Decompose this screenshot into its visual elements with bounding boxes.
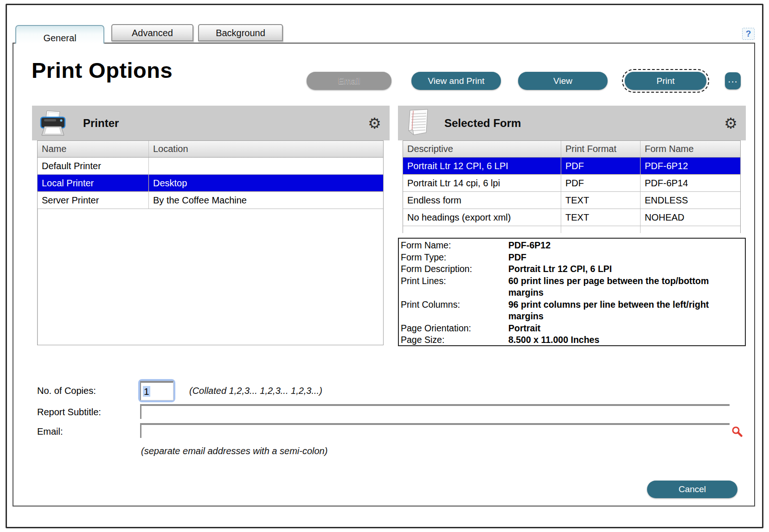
cancel-button[interactable]: Cancel	[647, 481, 737, 498]
printer-row-server[interactable]: Server Printer By the Coffee Machine	[38, 192, 383, 209]
help-icon[interactable]: ?	[742, 28, 755, 40]
tab-advanced[interactable]: Advanced	[111, 24, 193, 41]
form-col-print-format[interactable]: Print Format	[561, 141, 641, 157]
printer-row-default[interactable]: Default Printer	[38, 158, 383, 175]
email-input[interactable]	[141, 425, 730, 438]
printer-table-header: Name Location	[38, 141, 383, 158]
printer-icon	[38, 109, 68, 137]
form-row-pdf-6p14[interactable]: Portrait Ltr 14 cpi, 6 lpi PDF PDF-6P14	[403, 175, 740, 192]
report-subtitle-field	[140, 404, 730, 419]
tab-background[interactable]: Background	[198, 24, 283, 41]
form-settings-gear-icon[interactable]: ⚙	[724, 116, 737, 131]
email-field	[140, 423, 730, 438]
detail-label: Page Orientation:	[401, 323, 508, 335]
form-table-header: Descriptive Print Format Form Name	[403, 141, 740, 158]
view-button[interactable]: View	[518, 72, 608, 90]
more-options-button[interactable]: ...	[725, 72, 741, 89]
form-col-descriptive[interactable]: Descriptive	[403, 141, 561, 157]
email-hint: (separate email addresses with a semi-co…	[141, 446, 327, 456]
printer-panel-title: Printer	[83, 117, 119, 130]
detail-label: Page Size:	[401, 334, 508, 346]
copies-value: 1	[143, 386, 150, 397]
form-table: Descriptive Print Format Form Name Portr…	[403, 140, 741, 233]
detail-label: Print Columns:	[401, 299, 508, 323]
printer-panel-header: Printer ⚙	[32, 106, 390, 140]
detail-value: 96 print columns per line between the le…	[508, 299, 743, 323]
printer-col-location[interactable]: Location	[149, 141, 383, 157]
copies-input[interactable]: 1	[138, 379, 175, 402]
print-button[interactable]: Print	[625, 72, 706, 90]
printer-col-name[interactable]: Name	[38, 141, 149, 157]
document-icon	[405, 108, 432, 138]
magnifier-icon[interactable]	[731, 425, 743, 437]
printer-table: Name Location Default Printer Local Prin…	[37, 140, 384, 345]
tab-general[interactable]: General	[15, 25, 104, 44]
report-subtitle-label: Report Subtitle:	[37, 407, 101, 418]
detail-value: 8.500 x 11.000 Inches	[508, 334, 743, 346]
printer-settings-gear-icon[interactable]: ⚙	[368, 116, 381, 131]
email-label: Email:	[37, 426, 63, 437]
form-panel-header: Selected Form ⚙	[398, 106, 746, 140]
form-col-form-name[interactable]: Form Name	[641, 141, 740, 157]
detail-label: Print Lines:	[401, 275, 508, 299]
copies-label: No. of Copies:	[37, 386, 96, 396]
detail-value: Portrait Ltr 12 CPI, 6 LPI	[508, 263, 743, 275]
form-panel-title: Selected Form	[444, 117, 521, 130]
report-subtitle-input[interactable]	[141, 406, 730, 419]
email-button: Email	[307, 72, 391, 90]
form-row-empty	[403, 226, 740, 233]
detail-label: Form Name:	[401, 240, 508, 252]
form-row-pdf-6p12[interactable]: Portrait Ltr 12 CPI, 6 LPI PDF PDF-6P12	[403, 158, 740, 175]
view-and-print-button[interactable]: View and Print	[411, 72, 501, 90]
printer-row-local[interactable]: Local Printer Desktop	[38, 175, 383, 192]
form-row-endless[interactable]: Endless form TEXT ENDLESS	[403, 192, 740, 209]
detail-value: PDF	[508, 252, 743, 264]
detail-label: Form Description:	[401, 263, 508, 275]
detail-value: 60 print lines per page between the top/…	[508, 275, 743, 299]
detail-value: PDF-6P12	[508, 240, 743, 252]
collated-hint: (Collated 1,2,3... 1,2,3... 1,2,3...)	[189, 386, 322, 396]
page-title: Print Options	[32, 57, 173, 83]
form-row-nohead[interactable]: No headings (export xml) TEXT NOHEAD	[403, 209, 740, 226]
form-details-box: Form Name:PDF-6P12 Form Type:PDF Form De…	[398, 238, 746, 346]
detail-label: Form Type:	[401, 252, 508, 264]
detail-value: Portrait	[508, 323, 743, 335]
